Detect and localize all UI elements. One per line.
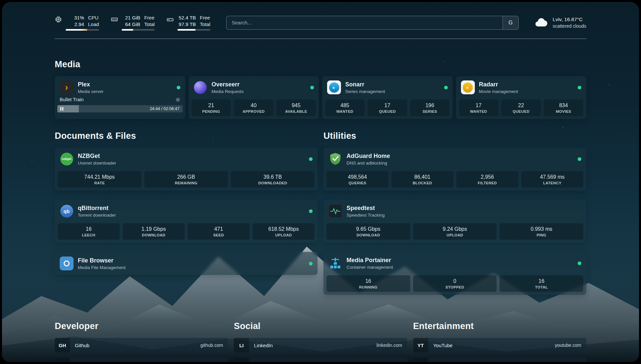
bookmark-github[interactable]: GH Github github.com: [55, 338, 228, 352]
stat-wanted: 485 WANTED: [325, 100, 365, 116]
app-card-nzbget[interactable]: nzbget NZBGet Usenet downloader 744.21 M…: [55, 148, 318, 191]
stat-value: 834: [545, 103, 582, 108]
search-bar: G: [226, 16, 519, 30]
stat-value: 86,401: [393, 174, 452, 180]
stat-label: WANTED: [460, 109, 497, 113]
section-utilities: Utilities: [323, 131, 586, 295]
app-description: Movie management: [479, 89, 518, 94]
stat-value: 266 GB: [146, 174, 227, 180]
app-name: qBittorrent: [78, 205, 116, 212]
app-name: AdGuard Home: [347, 153, 390, 160]
stat-queries: 498,564 QUERIES: [326, 171, 388, 188]
stat-downloaded: 39.6 TB DOWNLOADED: [231, 171, 315, 188]
stat-upload: 618.52 Mbps UPLOAD: [253, 223, 315, 240]
bookmark-name: YouTube: [428, 343, 453, 348]
stat-label: UPLOAD: [254, 233, 313, 237]
stat-value: 485: [326, 103, 363, 108]
app-name: Overseerr: [212, 81, 244, 88]
status-online-dot: [177, 86, 180, 89]
github-icon: GH: [55, 338, 70, 352]
bookmark-stackoverflow[interactable]: SO StackOverflow stackoverflow.com: [55, 358, 228, 362]
stat-value: 16: [59, 226, 118, 232]
status-online-dot: [578, 261, 581, 265]
stat-label: SERIES: [412, 109, 448, 113]
search-engine-button[interactable]: G: [503, 16, 518, 29]
nzbget-icon: nzbget: [60, 153, 73, 166]
app-name: NZBGet: [78, 153, 116, 160]
section-title-developer: Developer: [55, 321, 228, 331]
status-online-dot: [310, 86, 314, 89]
stat-label: LEECH: [59, 233, 118, 237]
section-title-media: Media: [55, 59, 586, 70]
bookmark-linkedin[interactable]: LI LinkedIn linkedin.com: [234, 338, 407, 352]
bookmark-name: Github: [70, 343, 89, 348]
app-card-qbittorrent[interactable]: qb qBittorrent Torrent downloader 16 LEE…: [55, 200, 318, 243]
radarr-icon: ▸: [461, 80, 475, 94]
stat-upload: 9.24 Gbps UPLOAD: [413, 223, 497, 240]
cpu-chip-icon: [55, 16, 62, 23]
app-card-overseerr[interactable]: Overseerr Media Requests 21 PENDING 40 A…: [189, 76, 319, 119]
stat-label: BLOCKED: [393, 181, 452, 185]
app-name: Sonarr: [345, 81, 385, 88]
app-card-speedtest[interactable]: Speedtest Speedtest Tracking 9.65 Gbps D…: [323, 200, 586, 243]
cpu-usage-bar: [66, 29, 99, 31]
stat-label: SEED: [189, 233, 248, 237]
app-card-sonarr[interactable]: ▸ Sonarr Series management 485 WANTED: [322, 76, 453, 119]
stat-movies: 834 MOVIES: [544, 100, 583, 116]
stat-filtered: 2,956 FILTERED: [456, 171, 518, 188]
stat-seed: 471 SEED: [188, 223, 250, 240]
pause-icon[interactable]: [60, 107, 63, 111]
app-card-radarr[interactable]: ▸ Radarr Movie management 17 WANTED: [456, 76, 587, 119]
stat-remaining: 266 GB REMAINING: [144, 171, 228, 188]
bookmark-name: LinkedIn: [249, 343, 273, 348]
app-card-plex[interactable]: › Plex Media server Bullet Train: [55, 76, 185, 119]
stat-total: 16 TOTAL: [500, 275, 583, 292]
stat-label: REMAINING: [146, 181, 227, 185]
app-card-filebrowser[interactable]: File Browser Media File Management: [55, 252, 318, 275]
stat-leech: 16 LEECH: [58, 223, 120, 240]
playback-progress-bar[interactable]: 24:44 / 02:06:47: [57, 105, 183, 112]
stat-approved: 40 APPROVED: [234, 100, 273, 116]
section-media: Media › Plex Media server Bullet Train: [55, 59, 586, 119]
stat-value: 16: [501, 278, 582, 284]
search-engine-label: G: [508, 20, 512, 26]
disk-free: 52.4 TB: [177, 15, 196, 21]
gear-icon[interactable]: [175, 97, 180, 102]
stat-label: DOWNLOADED: [232, 181, 313, 185]
stat-label: QUEUED: [503, 109, 539, 113]
search-input[interactable]: [227, 16, 503, 29]
bookmark-twitter[interactable]: TW Twitter twitter.com: [234, 358, 407, 362]
now-playing-title: Bullet Train: [60, 97, 84, 102]
stat-value: 47.569 ms: [523, 174, 582, 180]
portainer-crane-icon: [328, 256, 342, 270]
weather-location: Lviv, 16.87°C: [553, 16, 586, 23]
app-name: Media Portainer: [347, 257, 393, 264]
bookmark-youtube[interactable]: YT YouTube youtube.com: [413, 338, 586, 352]
app-description: Media server: [78, 89, 104, 94]
stat-blocked: 86,401 BLOCKED: [391, 171, 453, 188]
stat-label: FILTERED: [458, 181, 517, 185]
cpu-label-bottom: Load: [88, 21, 99, 28]
stat-value: 498,564: [328, 174, 387, 180]
stat-available: 945 AVAILABLE: [276, 100, 316, 116]
stat-label: TOTAL: [501, 285, 582, 289]
bookmark-netflix[interactable]: NF Netflix netflix.com: [413, 358, 586, 362]
disk-usage-bar: [177, 29, 210, 31]
disk-monitor: 52.4 TB 97.9 TB Free Total: [167, 15, 210, 31]
section-social: Social LI LinkedIn linkedin.com TW Twitt…: [234, 321, 407, 362]
stat-download: 9.65 Gbps DOWNLOAD: [326, 223, 410, 240]
status-online-dot: [309, 209, 313, 213]
stat-value: 16: [328, 278, 409, 284]
app-card-adguard[interactable]: AdGuard Home DNS and adblocking 498,564 …: [323, 148, 586, 191]
bookmark-url: youtube.com: [555, 343, 586, 348]
cpu-label-top: CPU: [88, 15, 99, 21]
plex-icon: ›: [60, 80, 74, 94]
filebrowser-icon: [60, 257, 74, 270]
disk-label-top: Free: [200, 15, 210, 21]
twitter-icon: TW: [234, 358, 249, 362]
app-card-portainer[interactable]: Media Portainer Container management 16 …: [323, 252, 586, 295]
weather-widget: Lviv, 16.87°C scattered clouds: [534, 16, 586, 29]
qbittorrent-icon: qb: [60, 205, 73, 218]
app-description: Media Requests: [212, 89, 244, 94]
app-description: DNS and adblocking: [347, 161, 390, 166]
